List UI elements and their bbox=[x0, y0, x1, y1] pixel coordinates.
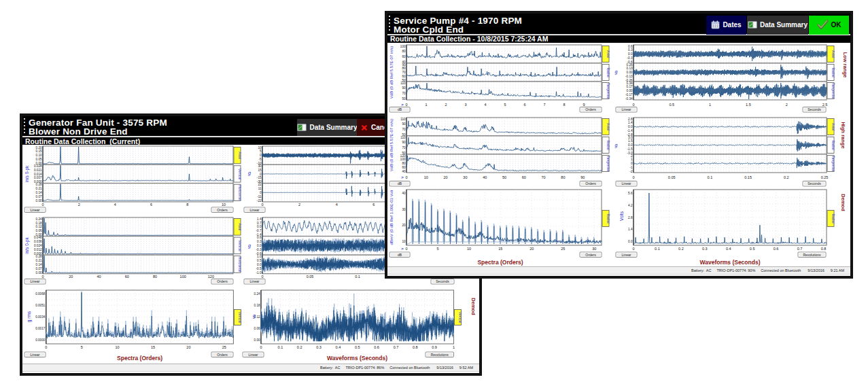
svg-text:0.6: 0.6 bbox=[628, 45, 633, 48]
svg-text:10: 10 bbox=[116, 345, 120, 349]
svg-text:4: 4 bbox=[114, 202, 116, 207]
svg-text:2.8: 2.8 bbox=[628, 118, 633, 121]
svg-text:Linear: Linear bbox=[622, 253, 631, 257]
svg-text:0.5: 0.5 bbox=[355, 345, 360, 349]
svg-text:6: 6 bbox=[372, 202, 375, 207]
svg-text:0.0: 0.0 bbox=[257, 225, 262, 228]
svg-text:30: 30 bbox=[258, 164, 262, 168]
svg-text:Tangential: Tangential bbox=[606, 156, 610, 171]
svg-text:Linear: Linear bbox=[249, 353, 258, 357]
svg-text:90: 90 bbox=[402, 86, 406, 90]
svg-text:10: 10 bbox=[402, 240, 406, 243]
svg-text:Horizontal: Horizontal bbox=[238, 257, 242, 272]
svg-text:15: 15 bbox=[151, 345, 155, 349]
svg-text:90: 90 bbox=[402, 141, 406, 144]
svg-text:Tangential: Tangential bbox=[831, 156, 835, 171]
svg-text:0.0068: 0.0068 bbox=[35, 292, 45, 296]
svg-text:3: 3 bbox=[464, 103, 466, 107]
svg-text:Low range: Low range bbox=[842, 52, 848, 78]
svg-text:0.2: 0.2 bbox=[784, 175, 789, 179]
svg-text:1.5: 1.5 bbox=[746, 103, 751, 107]
svg-text:0.05: 0.05 bbox=[36, 158, 42, 161]
svg-text:0.28: 0.28 bbox=[36, 255, 42, 258]
svg-text:0: 0 bbox=[41, 275, 44, 279]
svg-text:0.6: 0.6 bbox=[774, 247, 779, 251]
svg-text:70: 70 bbox=[542, 175, 546, 179]
svg-text:15: 15 bbox=[498, 247, 502, 251]
svg-text:0.2: 0.2 bbox=[297, 345, 302, 349]
svg-text:0.00: 0.00 bbox=[627, 71, 633, 74]
svg-text:0.14: 0.14 bbox=[36, 191, 42, 194]
svg-text:70: 70 bbox=[402, 128, 406, 131]
svg-text:0.9: 0.9 bbox=[432, 345, 437, 349]
svg-text:Radial: Radial bbox=[831, 140, 835, 149]
svg-text:30: 30 bbox=[402, 208, 406, 211]
svg-text:-11: -11 bbox=[257, 195, 262, 198]
svg-text:in/s 0-pk: in/s 0-pk bbox=[24, 165, 30, 182]
svg-text:0.4: 0.4 bbox=[726, 247, 731, 251]
svg-text:-0.13: -0.13 bbox=[625, 75, 633, 78]
svg-text:0.4: 0.4 bbox=[336, 345, 341, 349]
svg-text:0: 0 bbox=[632, 247, 634, 251]
svg-text:70: 70 bbox=[402, 92, 406, 95]
svg-text:0.26: 0.26 bbox=[627, 63, 633, 67]
svg-text:10: 10 bbox=[258, 146, 262, 149]
svg-text:60: 60 bbox=[522, 175, 526, 179]
svg-text:0.18: 0.18 bbox=[36, 222, 42, 225]
svg-text:0.7: 0.7 bbox=[257, 222, 262, 225]
svg-text:0.0: 0.0 bbox=[628, 52, 633, 56]
svg-text:0.06: 0.06 bbox=[36, 229, 42, 232]
svg-text:-1.5: -1.5 bbox=[627, 147, 633, 151]
svg-text:0.6: 0.6 bbox=[374, 345, 379, 349]
svg-text:Spectra (Orders): Spectra (Orders) bbox=[477, 259, 523, 266]
svg-text:0.8: 0.8 bbox=[821, 247, 827, 251]
svg-text:6: 6 bbox=[523, 103, 525, 107]
svg-text:0.0000: 0.0000 bbox=[35, 338, 45, 342]
svg-text:11: 11 bbox=[258, 187, 262, 190]
svg-text:Seconds: Seconds bbox=[808, 107, 821, 111]
svg-text:90: 90 bbox=[402, 63, 406, 67]
svg-text:Linear: Linear bbox=[250, 208, 260, 212]
svg-text:80: 80 bbox=[402, 67, 406, 70]
svg-text:0: 0 bbox=[260, 345, 262, 349]
svg-text:0.17: 0.17 bbox=[627, 85, 633, 88]
svg-text:Waveforms (Seconds): Waveforms (Seconds) bbox=[327, 355, 387, 361]
svg-text:5: 5 bbox=[504, 103, 506, 107]
svg-text:0.5: 0.5 bbox=[750, 247, 755, 251]
svg-text:0.0: 0.0 bbox=[257, 263, 262, 266]
svg-text:0.2: 0.2 bbox=[678, 247, 684, 251]
svg-text:100: 100 bbox=[400, 158, 406, 161]
svg-text:20: 20 bbox=[402, 224, 406, 227]
svg-text:Linear: Linear bbox=[31, 279, 40, 283]
svg-text:60: 60 bbox=[402, 75, 406, 78]
svg-text:20: 20 bbox=[444, 175, 448, 179]
svg-text:Axial: Axial bbox=[606, 123, 610, 130]
svg-text:0.028: 0.028 bbox=[34, 164, 42, 168]
svg-text:70: 70 bbox=[402, 146, 406, 149]
svg-text:0.21: 0.21 bbox=[36, 187, 42, 190]
svg-text:0: 0 bbox=[260, 154, 262, 157]
svg-text:22: 22 bbox=[258, 183, 262, 186]
svg-text:110: 110 bbox=[400, 118, 406, 121]
svg-text:60: 60 bbox=[402, 166, 406, 169]
svg-text:0.3: 0.3 bbox=[628, 48, 633, 52]
svg-text:30: 30 bbox=[463, 175, 467, 179]
svg-text:>: > bbox=[401, 247, 404, 251]
svg-text:0.00: 0.00 bbox=[36, 199, 42, 202]
svg-text:90: 90 bbox=[580, 175, 585, 179]
svg-text:High range: High range bbox=[840, 122, 846, 148]
svg-text:0.007: 0.007 bbox=[34, 176, 42, 179]
svg-text:Linear: Linear bbox=[31, 353, 40, 357]
svg-text:4.2: 4.2 bbox=[628, 204, 633, 207]
svg-text:1.4: 1.4 bbox=[628, 228, 633, 231]
svg-text:1: 1 bbox=[453, 345, 455, 349]
svg-text:4: 4 bbox=[336, 202, 338, 207]
svg-text:0.20: 0.20 bbox=[36, 146, 42, 149]
svg-text:0.012: 0.012 bbox=[34, 248, 42, 251]
svg-text:Axial: Axial bbox=[831, 123, 835, 130]
svg-text:9: 9 bbox=[583, 103, 585, 107]
svg-text:3.0: 3.0 bbox=[628, 136, 633, 139]
svg-text:Seconds: Seconds bbox=[436, 279, 449, 283]
svg-text:g: g bbox=[615, 69, 618, 75]
svg-text:g: g bbox=[248, 243, 251, 249]
